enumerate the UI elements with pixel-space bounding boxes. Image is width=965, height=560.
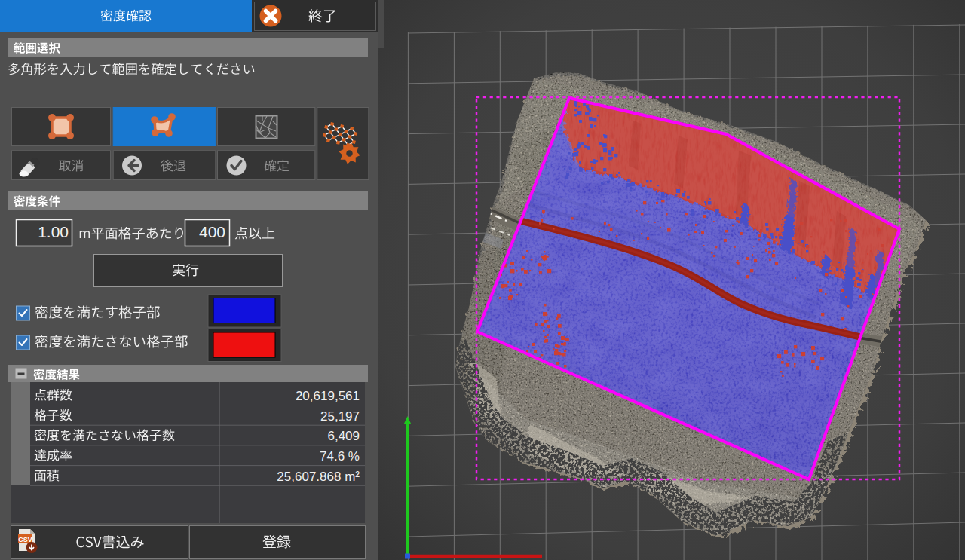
svg-text:25,607.868 m²: 25,607.868 m² [277,470,360,484]
svg-text:25,197: 25,197 [320,409,360,424]
svg-text:6,409: 6,409 [327,429,360,443]
svg-text:CSV: CSV [18,536,32,543]
svg-text:20,619,561: 20,619,561 [296,389,360,403]
svg-text:1.00: 1.00 [38,223,69,240]
svg-text:74.6 %: 74.6 % [320,449,360,464]
svg-text:400: 400 [199,223,225,240]
